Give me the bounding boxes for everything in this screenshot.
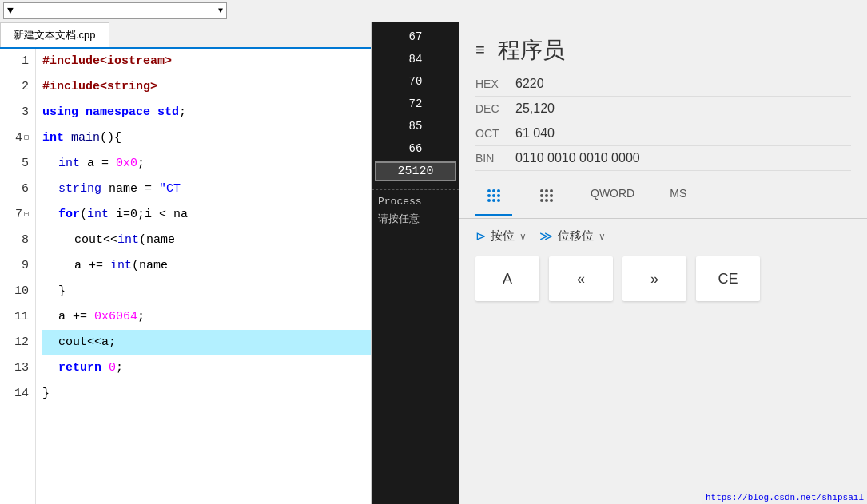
line-number: 2 bbox=[6, 74, 29, 100]
terminal-line: 70 bbox=[372, 70, 459, 93]
calc-button-»[interactable]: » bbox=[622, 256, 686, 301]
code-area: 1234⊟567⊟891011121314 #include<iostream>… bbox=[0, 49, 371, 504]
calc-panel: ≡ 程序员 HEX6220DEC25,120OCT61 040BIN0110 0… bbox=[459, 22, 867, 504]
code-line: a += int(name bbox=[42, 253, 371, 279]
svg-point-14 bbox=[550, 194, 553, 197]
svg-point-1 bbox=[492, 189, 495, 192]
watermark: https://blog.csdn.net/shipsail bbox=[702, 491, 867, 504]
line-number: 7⊟ bbox=[6, 202, 29, 228]
collapse-button[interactable]: ⊟ bbox=[24, 125, 29, 151]
calc-tabs: QWORDMS bbox=[459, 177, 867, 219]
code-line: return 0; bbox=[42, 355, 371, 381]
line-number: 5 bbox=[6, 151, 29, 177]
code-line: using namespace std; bbox=[42, 100, 371, 125]
line-number: 8 bbox=[6, 228, 29, 253]
svg-point-9 bbox=[540, 189, 543, 192]
svg-point-16 bbox=[545, 199, 548, 202]
line-number: 11 bbox=[6, 304, 29, 330]
code-line: #include<iostream> bbox=[42, 49, 371, 74]
code-line: cout<<int(name bbox=[42, 228, 371, 253]
grid-icon[interactable] bbox=[475, 181, 512, 215]
code-line: for(int i=0;i < na bbox=[42, 202, 371, 228]
bitop-arrow: ∨ bbox=[599, 231, 606, 242]
calc-header: ≡ 程序员 bbox=[459, 22, 867, 72]
calc-value-row: HEX6220 bbox=[475, 72, 851, 97]
code-line: int main(){ bbox=[42, 125, 371, 151]
svg-point-7 bbox=[492, 199, 495, 202]
terminal-line-nums: 67847072856625120 bbox=[372, 22, 459, 186]
line-number: 3 bbox=[6, 100, 29, 125]
code-line: } bbox=[42, 381, 371, 407]
calc-value-number: 0110 0010 0010 0000 bbox=[515, 151, 640, 165]
calc-value-label: HEX bbox=[475, 77, 515, 90]
svg-point-5 bbox=[497, 194, 500, 197]
calc-bitops: ⊳按位 ∨≫位移位 ∨ bbox=[459, 225, 867, 247]
calc-button-«[interactable]: « bbox=[549, 256, 613, 301]
calc-value-row: OCT61 040 bbox=[475, 121, 851, 146]
code-line: string name = "CT bbox=[42, 177, 371, 202]
terminal-line: 67 bbox=[372, 26, 459, 48]
terminal-line: 66 bbox=[372, 137, 459, 160]
tab-bar: 新建文本文档.cpp bbox=[0, 22, 371, 49]
calc-value-label: BIN bbox=[475, 152, 515, 165]
svg-point-17 bbox=[550, 199, 553, 202]
dropdown-arrow: ▼ bbox=[7, 5, 14, 17]
line-numbers: 1234⊟567⊟891011121314 bbox=[0, 49, 36, 504]
top-bar: ▼ bbox=[0, 0, 867, 22]
line-number: 9 bbox=[6, 253, 29, 279]
svg-point-2 bbox=[497, 189, 500, 192]
hamburger-icon[interactable]: ≡ bbox=[475, 42, 485, 60]
bitop-label: 位移位 bbox=[558, 228, 594, 244]
line-number: 14 bbox=[6, 381, 29, 407]
terminal-output-line: 请按任意 bbox=[378, 211, 453, 228]
ms-tab[interactable]: MS bbox=[660, 181, 696, 215]
calc-bitop-button[interactable]: ≫位移位 ∨ bbox=[539, 228, 606, 244]
svg-point-4 bbox=[492, 194, 495, 197]
line-number: 10 bbox=[6, 279, 29, 304]
bitop-label: 按位 bbox=[491, 228, 515, 244]
calc-button-a[interactable]: A bbox=[475, 256, 539, 301]
editor-tab[interactable]: 新建文本文档.cpp bbox=[0, 22, 109, 47]
terminal-line: 72 bbox=[372, 93, 459, 115]
code-editor: 新建文本文档.cpp 1234⊟567⊟891011121314 #includ… bbox=[0, 22, 372, 504]
code-line: } bbox=[42, 279, 371, 304]
bitop-arrow: ∨ bbox=[519, 231, 527, 242]
terminal-line: 84 bbox=[372, 48, 459, 70]
line-number: 4⊟ bbox=[6, 125, 29, 151]
calc-value-row: BIN0110 0010 0010 0000 bbox=[475, 146, 851, 171]
code-lines: #include<iostream>#include<string>using … bbox=[36, 49, 371, 504]
collapse-button[interactable]: ⊟ bbox=[24, 202, 29, 228]
calc-values: HEX6220DEC25,120OCT61 040BIN0110 0010 00… bbox=[459, 72, 867, 171]
terminal-output: Process请按任意 bbox=[372, 189, 459, 232]
svg-point-6 bbox=[487, 199, 491, 202]
code-line: #include<string> bbox=[42, 74, 371, 100]
code-line: cout<<a; bbox=[42, 330, 371, 355]
dots-icon[interactable] bbox=[528, 181, 565, 215]
svg-point-11 bbox=[550, 189, 553, 192]
code-line: int a = 0x0; bbox=[42, 151, 371, 177]
calc-value-row: DEC25,120 bbox=[475, 97, 851, 121]
svg-point-12 bbox=[540, 194, 543, 197]
calc-buttons-area: A«»CE bbox=[459, 247, 867, 311]
calc-value-number: 61 040 bbox=[515, 126, 555, 141]
terminal-selected-value: 25120 bbox=[375, 161, 456, 181]
calc-button-ce[interactable]: CE bbox=[696, 256, 760, 301]
code-line: a += 0x6064; bbox=[42, 304, 371, 330]
calc-value-number: 6220 bbox=[515, 77, 544, 91]
line-number: 1 bbox=[6, 49, 29, 74]
calc-bitop-button[interactable]: ⊳按位 ∨ bbox=[475, 228, 527, 244]
svg-point-8 bbox=[497, 199, 500, 202]
svg-point-13 bbox=[545, 194, 548, 197]
svg-point-3 bbox=[487, 194, 491, 197]
line-number: 13 bbox=[6, 355, 29, 381]
calc-value-label: OCT bbox=[475, 127, 515, 140]
line-number: 6 bbox=[6, 177, 29, 202]
svg-point-10 bbox=[545, 189, 548, 192]
terminal-output-line: Process bbox=[378, 193, 453, 211]
line-number: 12 bbox=[6, 330, 29, 355]
calc-value-label: DEC bbox=[475, 102, 515, 115]
terminal-panel: 67847072856625120 Process请按任意 bbox=[372, 22, 459, 504]
dropdown[interactable]: ▼ bbox=[3, 2, 227, 19]
calc-value-number: 25,120 bbox=[515, 101, 555, 116]
qword-tab[interactable]: QWORD bbox=[581, 181, 644, 215]
